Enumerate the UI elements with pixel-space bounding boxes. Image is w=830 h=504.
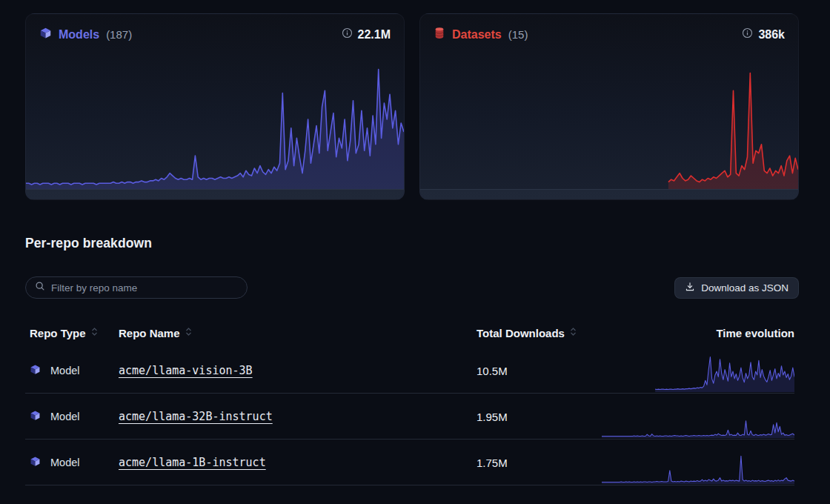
repo-filter-input[interactable] bbox=[51, 282, 238, 294]
total-downloads-value: 10.5M bbox=[477, 364, 508, 377]
sort-icon bbox=[91, 326, 98, 339]
sort-header-repo-name[interactable]: Repo Name bbox=[119, 326, 192, 339]
table-row: Model acme/llama-1B-instruct 1.75M bbox=[25, 440, 794, 485]
repo-filter[interactable] bbox=[25, 276, 248, 299]
model-cube-icon bbox=[30, 456, 41, 469]
repo-type-header-label: Repo Type bbox=[30, 327, 86, 339]
download-icon bbox=[685, 282, 695, 294]
datasets-card-footer bbox=[420, 189, 798, 199]
repo-type-cell: Model bbox=[30, 410, 80, 423]
models-total-downloads: 22.1M bbox=[358, 28, 391, 42]
repo-name-header-label: Repo Name bbox=[119, 327, 180, 339]
models-card-header: Models (187) 22.1M bbox=[26, 14, 404, 42]
repo-type-label: Model bbox=[50, 411, 80, 422]
table-controls: Download as JSON bbox=[25, 276, 799, 299]
repo-name-link[interactable]: acme/llama-32B-instruct bbox=[119, 410, 273, 423]
models-chart bbox=[26, 42, 404, 189]
datasets-card: Datasets (15) 386k bbox=[419, 13, 799, 200]
summary-cards: Models (187) 22.1M Datasets (15) bbox=[0, 0, 830, 200]
info-icon[interactable] bbox=[342, 27, 353, 42]
download-json-label: Download as JSON bbox=[701, 282, 788, 294]
models-card: Models (187) 22.1M bbox=[25, 13, 405, 200]
repo-name-link[interactable]: acme/llama-vision-3B bbox=[119, 364, 253, 377]
datasets-card-header: Datasets (15) 386k bbox=[420, 14, 798, 42]
table-row: Model acme/llama-32B-instruct 1.95M bbox=[25, 394, 794, 440]
time-evolution-header: Time evolution bbox=[716, 327, 794, 339]
models-card-title: Models bbox=[59, 28, 99, 42]
sort-icon bbox=[185, 326, 192, 339]
model-cube-icon bbox=[30, 410, 41, 423]
info-icon[interactable] bbox=[742, 27, 753, 42]
time-evolution-sparkline bbox=[602, 445, 794, 484]
datasets-card-title: Datasets bbox=[452, 28, 502, 42]
repo-type-cell: Model bbox=[30, 364, 80, 377]
repo-name-link[interactable]: acme/llama-1B-instruct bbox=[119, 456, 266, 469]
page-title: Per-repo breakdown bbox=[25, 236, 830, 251]
datasets-total-downloads: 386k bbox=[758, 28, 785, 42]
search-icon bbox=[35, 281, 45, 294]
per-repo-table: Repo Type Repo Name Total Downloads Time… bbox=[25, 318, 794, 485]
total-downloads-value: 1.75M bbox=[477, 456, 508, 468]
table-row: Model acme/llama-vision-3B 10.5M bbox=[25, 348, 794, 394]
models-card-count: (187) bbox=[106, 28, 132, 41]
table-header-row: Repo Type Repo Name Total Downloads Time… bbox=[25, 318, 794, 348]
time-evolution-sparkline bbox=[602, 354, 794, 392]
sort-header-total-downloads[interactable]: Total Downloads bbox=[477, 326, 577, 339]
datasets-card-count: (15) bbox=[508, 28, 528, 41]
total-downloads-value: 1.95M bbox=[477, 410, 508, 422]
time-evolution-sparkline bbox=[602, 399, 794, 438]
model-cube-icon bbox=[39, 27, 52, 42]
sort-header-repo-type[interactable]: Repo Type bbox=[30, 326, 98, 339]
total-downloads-header-label: Total Downloads bbox=[477, 327, 565, 339]
dataset-database-icon bbox=[434, 27, 445, 42]
model-cube-icon bbox=[30, 364, 41, 377]
time-evolution-header-label: Time evolution bbox=[716, 327, 794, 339]
repo-type-cell: Model bbox=[30, 456, 80, 469]
datasets-chart bbox=[420, 42, 798, 189]
repo-type-label: Model bbox=[50, 457, 80, 468]
download-json-button[interactable]: Download as JSON bbox=[674, 277, 799, 299]
sort-icon bbox=[570, 326, 577, 339]
repo-type-label: Model bbox=[50, 365, 80, 377]
models-card-footer bbox=[26, 189, 404, 199]
